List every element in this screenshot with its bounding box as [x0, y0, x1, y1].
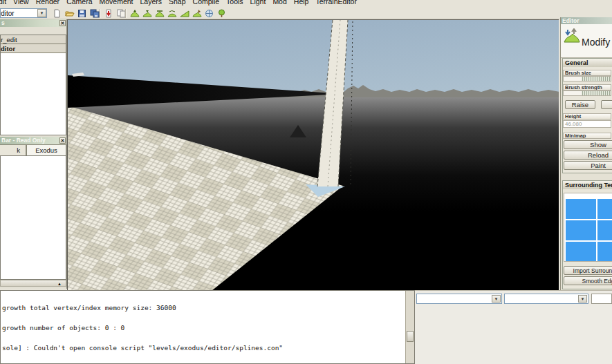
general-group-header: General [563, 59, 612, 67]
terrain-smooth-button[interactable] [166, 8, 178, 19]
scroll-grip-icon[interactable]: ▲ [57, 282, 62, 286]
import-tool-group [103, 8, 127, 19]
brush-strength-slider[interactable] [563, 90, 611, 96]
brush-size-label: Brush size [563, 70, 611, 76]
list-item[interactable]: ditor [1, 44, 66, 53]
tweaker-content[interactable] [0, 155, 66, 280]
horizontal-scrollbar[interactable]: ▲ [0, 280, 66, 287]
terrain-lower-icon [142, 9, 152, 18]
height-value[interactable]: 46.080 [563, 120, 611, 128]
menu-edit[interactable]: Edit [0, 0, 10, 6]
save-icon [77, 9, 86, 18]
distant-object [72, 73, 84, 77]
reload-button[interactable]: Reload [564, 151, 612, 160]
terrain-paint-icon [192, 9, 202, 18]
resources-panel-titlebar[interactable]: s ✕ [0, 19, 66, 27]
resources-panel: s ✕ r_edit ditor [0, 19, 67, 137]
terrain-editor-title: Editor [562, 17, 579, 24]
import-icon [104, 9, 113, 18]
raise-button[interactable]: Raise [565, 100, 595, 109]
toolbar-separator [100, 9, 101, 18]
open-folder-button[interactable] [64, 8, 75, 19]
chevron-down-icon[interactable]: ▼ [37, 9, 46, 17]
menu-movement[interactable]: Movement [95, 0, 136, 6]
file-tool-group [51, 8, 100, 19]
resources-panel-title: s [1, 19, 5, 26]
tweaker-bar-title: Bar - Read Only [1, 137, 46, 144]
bottom-right-area: ▼ ▼ [415, 290, 612, 364]
terrain-level-icon [155, 9, 165, 18]
show-button[interactable]: Show [564, 140, 612, 149]
menu-help[interactable]: Help [290, 0, 313, 6]
smooth-edge-button[interactable]: Smooth Edg [564, 276, 612, 285]
menu-bar: Edit View Render Camera Movement Layers … [0, 0, 612, 8]
viewport-3d[interactable] [67, 19, 559, 290]
filter-combo-1[interactable]: ▼ [416, 294, 502, 304]
terrain-raise-icon [130, 9, 140, 18]
terrain-ramp-button[interactable] [178, 8, 190, 19]
lower-button[interactable] [601, 100, 612, 109]
globe-button[interactable] [203, 8, 215, 19]
import-button[interactable] [103, 8, 115, 19]
menu-camera[interactable]: Camera [63, 0, 95, 6]
brush-size-slider[interactable] [563, 76, 611, 82]
vertical-scrollbar[interactable] [405, 291, 414, 363]
save-button[interactable] [76, 8, 88, 19]
tweaker-bar-panel: Bar - Read Only ✕ k Exodus ▲ [0, 137, 67, 289]
tab-exodus[interactable]: Exodus [26, 144, 66, 155]
mode-header: Modify [561, 24, 612, 57]
close-icon[interactable]: ✕ [59, 137, 66, 144]
height-label: Height [563, 113, 611, 119]
globe-icon [205, 9, 214, 18]
surrounding-minimap[interactable] [564, 193, 612, 262]
tab-tweak[interactable]: k [0, 144, 26, 155]
viewport-scene [68, 20, 559, 290]
paint-button[interactable]: Paint [564, 161, 612, 170]
menu-snap[interactable]: Snap [165, 0, 189, 6]
toolbar: TerrainEditor ▼ [0, 8, 612, 19]
save-all-icon [90, 9, 100, 18]
minimap-grid [566, 199, 612, 262]
menu-light[interactable]: Light [247, 0, 270, 6]
minimap-label: Minimap [563, 133, 611, 139]
terrain-tool-group [129, 8, 228, 19]
terrain-level-button[interactable] [154, 8, 165, 19]
console-line: sole] : Couldn't open console script "le… [2, 345, 283, 352]
terrain-smooth-icon [167, 9, 177, 18]
brush-strength-label: Brush strength [563, 84, 611, 90]
console-output: growth total vertex/index memory size: 3… [0, 290, 415, 364]
scrollbar-thumb[interactable] [407, 331, 414, 342]
console-line: growth number of objects: 0 : 0 [2, 325, 283, 332]
editor-mode-combo[interactable]: TerrainEditor ▼ [0, 8, 47, 18]
menu-layers[interactable]: Layers [137, 0, 166, 6]
toolbar-separator [125, 9, 127, 18]
menu-compile[interactable]: Compile [189, 0, 223, 6]
chevron-down-icon[interactable]: ▼ [578, 295, 587, 303]
modify-terrain-icon [564, 28, 580, 44]
close-icon[interactable]: ✕ [59, 20, 66, 26]
text-field[interactable] [591, 294, 612, 304]
open-folder-icon [65, 9, 75, 18]
menu-tools[interactable]: Tools [223, 0, 247, 6]
menu-view[interactable]: View [10, 0, 33, 6]
menu-render[interactable]: Render [33, 0, 63, 6]
tweaker-bar-titlebar[interactable]: Bar - Read Only ✕ [0, 137, 66, 144]
list-item[interactable]: r_edit [1, 35, 66, 44]
terrain-raise-button[interactable] [129, 8, 140, 19]
menu-mod[interactable]: Mod [269, 0, 290, 6]
import-surrounding-button[interactable]: Import Surrounding [564, 266, 612, 275]
tree-icon [217, 9, 226, 18]
terrain-editor-panel: Editor Modify General Brush size Brush s… [560, 17, 612, 290]
chevron-down-icon[interactable]: ▼ [492, 295, 501, 303]
tweaker-tabs: k Exodus [0, 144, 66, 155]
terrain-ramp-icon [180, 9, 189, 18]
save-all-button[interactable] [89, 8, 100, 19]
terrain-lower-button[interactable] [141, 8, 153, 19]
tree-button[interactable] [216, 8, 228, 19]
mode-label: Modify [582, 37, 610, 48]
editor-mode-value: TerrainEditor [0, 10, 15, 17]
menu-terraineditor[interactable]: TerrainEditor [312, 0, 360, 6]
terrain-paint-button[interactable] [191, 8, 203, 19]
filter-combo-2[interactable]: ▼ [504, 294, 588, 304]
new-document-button[interactable] [51, 8, 63, 19]
